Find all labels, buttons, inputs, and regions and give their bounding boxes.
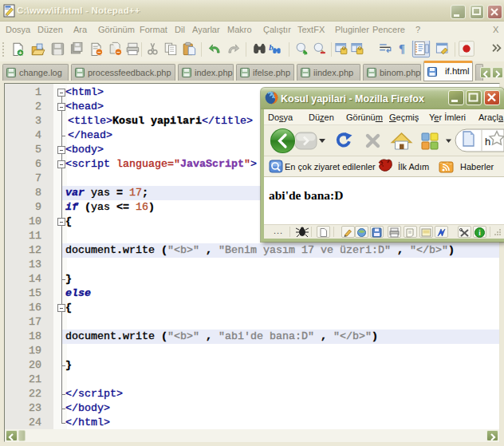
svg-text:−: − [116, 49, 120, 56]
svg-text:−: − [97, 49, 101, 56]
svg-text:¶: ¶ [399, 42, 405, 55]
svg-text:+: + [18, 49, 22, 57]
svg-text:h: h [485, 136, 490, 148]
svg-text:i: i [478, 229, 481, 237]
